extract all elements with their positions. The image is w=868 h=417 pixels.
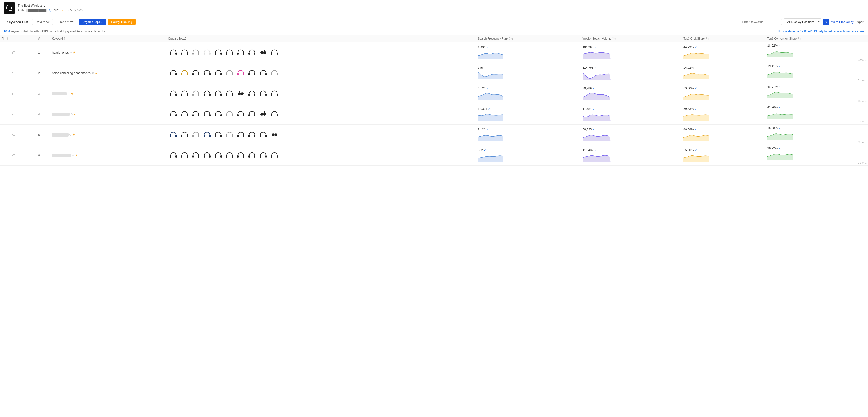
organic-product-5[interactable]	[224, 150, 235, 161]
organic-product-1[interactable]	[180, 109, 190, 119]
organic-product-0[interactable]	[168, 150, 179, 161]
organic-product-1[interactable]	[180, 130, 190, 140]
pin-icon[interactable]: 🏷	[12, 92, 16, 96]
organic-product-4[interactable]	[213, 68, 223, 78]
organic-product-2[interactable]	[191, 109, 201, 119]
wsv-info-icon[interactable]: ?	[612, 37, 614, 40]
organic-product-5[interactable]	[224, 130, 235, 140]
organic-product-9[interactable]	[269, 47, 280, 58]
organic-product-0[interactable]	[168, 47, 179, 58]
organic-product-7[interactable]	[247, 47, 257, 58]
star-icon[interactable]: ★	[72, 133, 75, 137]
keyword-count-link[interactable]: 1064	[4, 30, 10, 33]
pin-icon[interactable]: 🏷	[12, 50, 16, 55]
organic-product-3[interactable]	[202, 68, 212, 78]
wsv-sort-icon[interactable]: ⇅	[614, 37, 616, 40]
organic-product-7[interactable]	[247, 68, 257, 78]
organic-product-3[interactable]	[202, 109, 212, 119]
info-icon[interactable]: ⓘ	[49, 8, 52, 12]
organic-product-6[interactable]	[236, 89, 246, 99]
organic-product-5[interactable]	[224, 47, 235, 58]
organic-product-4[interactable]	[213, 89, 223, 99]
organic-product-3[interactable]	[202, 89, 212, 99]
organic-product-7[interactable]	[247, 130, 257, 140]
tcs-value: 69.00% ↙	[683, 86, 765, 90]
dropdown-icon-btn[interactable]: ▾	[823, 19, 829, 25]
pin-icon[interactable]: 🏷	[12, 112, 16, 116]
sfr-sort-icon[interactable]: ⇅	[511, 37, 513, 40]
copy-icon[interactable]: ⧉	[92, 72, 94, 75]
star-icon[interactable]: ★	[95, 71, 98, 75]
export-btn[interactable]: Export	[856, 20, 864, 24]
organic-product-3[interactable]	[202, 47, 212, 58]
organic-product-2[interactable]	[191, 47, 201, 58]
organic-product-6[interactable]	[236, 47, 246, 58]
svg-rect-70	[204, 114, 205, 116]
tcs-sort-icon[interactable]: ⇅	[708, 37, 710, 40]
organic-product-4[interactable]	[213, 47, 223, 58]
organic-product-9[interactable]	[269, 68, 280, 78]
organic-product-4[interactable]	[213, 109, 223, 119]
conv-info-icon[interactable]: ?	[797, 37, 799, 40]
pin-icon[interactable]: 🏷	[12, 71, 16, 75]
organic-product-9[interactable]	[269, 130, 280, 140]
organic-product-7[interactable]	[247, 150, 257, 161]
star-icon[interactable]: ★	[70, 92, 73, 95]
keyword-info-icon[interactable]: ?	[64, 37, 65, 40]
organic-product-9[interactable]	[269, 109, 280, 119]
organic-product-8[interactable]	[258, 109, 268, 119]
organic-product-9[interactable]	[269, 150, 280, 161]
organic-product-5[interactable]	[224, 68, 235, 78]
organic-product-5[interactable]	[224, 109, 235, 119]
conv-sort-icon[interactable]: ⇅	[800, 37, 802, 40]
organic-product-4[interactable]	[213, 130, 223, 140]
organic-product-0[interactable]	[168, 109, 179, 119]
organic-product-0[interactable]	[168, 89, 179, 99]
pin-icon[interactable]: 🏷	[12, 153, 16, 157]
organic-product-7[interactable]	[247, 89, 257, 99]
word-frequency-btn[interactable]: Word Frequency	[831, 20, 854, 24]
organic-product-2[interactable]	[191, 130, 201, 140]
organic-product-6[interactable]	[236, 68, 246, 78]
tab-hourly-tracking[interactable]: Hourly Tracking	[107, 19, 136, 25]
sfr-info-icon[interactable]: ?	[509, 37, 510, 40]
copy-icon[interactable]: ⧉	[72, 154, 74, 157]
tab-data-view[interactable]: Data View	[32, 19, 53, 25]
tab-organic-top10[interactable]: Organic Top10	[79, 19, 105, 25]
organic-product-6[interactable]	[236, 109, 246, 119]
organic-product-5[interactable]	[224, 89, 235, 99]
organic-product-0[interactable]	[168, 68, 179, 78]
copy-icon[interactable]: ⧉	[68, 92, 69, 95]
organic-product-1[interactable]	[180, 89, 190, 99]
organic-product-2[interactable]	[191, 150, 201, 161]
star-icon[interactable]: ★	[73, 51, 76, 54]
keyword-search-input[interactable]	[740, 19, 782, 25]
organic-product-1[interactable]	[180, 150, 190, 161]
organic-product-1[interactable]	[180, 68, 190, 78]
copy-icon[interactable]: ⧉	[70, 51, 72, 54]
organic-product-9[interactable]	[269, 89, 280, 99]
organic-product-3[interactable]	[202, 150, 212, 161]
organic-product-2[interactable]	[191, 89, 201, 99]
organic-product-8[interactable]	[258, 150, 268, 161]
organic-product-2[interactable]	[191, 68, 201, 78]
position-select[interactable]: All Display Positions	[784, 19, 821, 25]
organic-product-3[interactable]	[202, 130, 212, 140]
star-icon[interactable]: ★	[73, 112, 76, 116]
organic-product-8[interactable]	[258, 89, 268, 99]
organic-product-4[interactable]	[213, 150, 223, 161]
tab-trend-view[interactable]: Trend View	[55, 19, 77, 25]
organic-product-1[interactable]	[180, 47, 190, 58]
organic-product-8[interactable]	[258, 68, 268, 78]
organic-product-6[interactable]	[236, 130, 246, 140]
star-icon[interactable]: ★	[75, 153, 78, 157]
organic-product-8[interactable]	[258, 130, 268, 140]
organic-product-7[interactable]	[247, 109, 257, 119]
organic-product-8[interactable]	[258, 47, 268, 58]
tcs-info-icon[interactable]: ?	[705, 37, 707, 40]
copy-icon[interactable]: ⧉	[71, 113, 72, 116]
organic-product-6[interactable]	[236, 150, 246, 161]
pin-icon[interactable]: 🏷	[12, 133, 16, 137]
organic-product-0[interactable]	[168, 130, 179, 140]
copy-icon[interactable]: ⧉	[69, 133, 71, 136]
